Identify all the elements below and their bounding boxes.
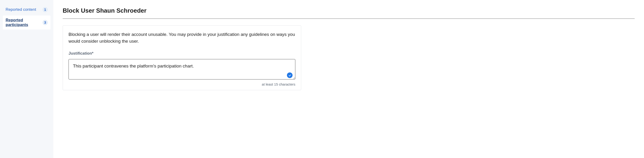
- count-badge: 3: [42, 20, 48, 25]
- sidebar: Reported content 1 Reported participants…: [0, 0, 53, 158]
- block-user-card: Blocking a user will render their accoun…: [63, 25, 301, 90]
- justification-input[interactable]: This participant contravenes the platfor…: [68, 59, 295, 80]
- sidebar-item-label: Reported participants: [6, 18, 42, 27]
- sidebar-item-label: Reported content: [6, 7, 36, 12]
- checkmark-icon: [287, 72, 292, 78]
- main-content: Block User Shaun Schroeder Blocking a us…: [53, 0, 644, 158]
- sidebar-item-reported-participants[interactable]: Reported participants 3: [3, 16, 50, 30]
- divider: [63, 19, 635, 19]
- count-badge: 1: [42, 7, 48, 12]
- justification-label: Justification*: [68, 51, 295, 56]
- textarea-wrapper: This participant contravenes the platfor…: [68, 59, 295, 81]
- character-hint: at least 15 characters: [68, 82, 295, 86]
- description-text: Blocking a user will render their accoun…: [68, 31, 295, 45]
- sidebar-item-reported-content[interactable]: Reported content 1: [3, 5, 50, 15]
- page-title: Block User Shaun Schroeder: [63, 7, 635, 14]
- layout: Reported content 1 Reported participants…: [0, 0, 644, 158]
